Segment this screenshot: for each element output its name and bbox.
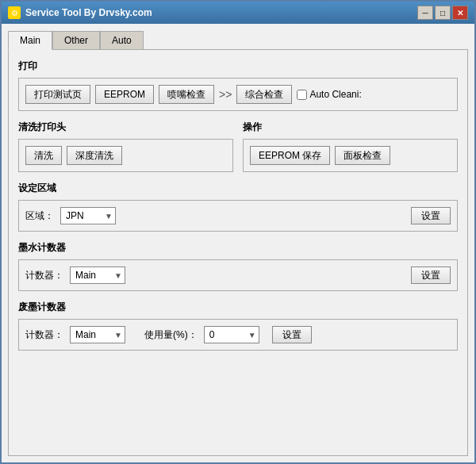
ink-counter-label: 计数器： (25, 269, 63, 282)
deep-clean-button[interactable]: 深度清洗 (67, 146, 122, 165)
comprehensive-check-button[interactable]: 综合检查 (236, 85, 292, 104)
window-title: Service Tool By Drvsky.com (25, 7, 152, 18)
ink-counter-select-wrap: Main Sub ▼ (70, 267, 125, 284)
print-buttons-row: 打印测试页 EEPROM 喷嘴检查 >> 综合检查 Auto Cleani: (25, 85, 451, 104)
usage-select-wrap: 0 10 20 50 100 ▼ (204, 326, 259, 343)
ink-counter-title: 墨水计数器 (18, 241, 458, 255)
tab-auto[interactable]: Auto (100, 31, 144, 50)
waste-counter-box: 计数器： Main Sub ▼ 使用量(%)： 0 (18, 319, 458, 351)
panel-check-button[interactable]: 面板检查 (335, 146, 390, 165)
clean-buttons-row: 清洗 深度清洗 (25, 146, 226, 165)
maximize-button[interactable]: □ (435, 6, 451, 20)
clean-button[interactable]: 清洗 (25, 146, 62, 165)
title-bar-left: ⚙ Service Tool By Drvsky.com (8, 6, 152, 19)
waste-counter-row: 计数器： Main Sub ▼ 使用量(%)： 0 (25, 326, 451, 343)
operation-title: 操作 (243, 121, 458, 134)
ink-counter-box: 计数器： Main Sub ▼ 设置 (18, 259, 458, 291)
section-operation: 操作 EEPROM 保存 面板检查 (243, 121, 458, 172)
region-select[interactable]: JPN CHN USA EUR (60, 207, 116, 224)
section-ink-counter: 墨水计数器 计数器： Main Sub ▼ 设置 (18, 241, 458, 291)
section-waste-counter: 废墨计数器 计数器： Main Sub ▼ 使用量(%)： (18, 301, 458, 351)
title-buttons: ─ □ ✕ (417, 6, 468, 20)
tab-bar: Main Other Auto (8, 30, 468, 49)
region-label: 区域： (25, 209, 54, 223)
tab-main[interactable]: Main (8, 31, 52, 50)
clean-printhead-box: 清洗 深度清洗 (18, 139, 233, 172)
set-region-box: 区域： JPN CHN USA EUR ▼ 设置 (18, 200, 458, 232)
set-ink-counter-button[interactable]: 设置 (411, 267, 451, 284)
content-area: Main Other Auto 打印 打印测试页 EEPROM 喷嘴检查 >> … (2, 24, 474, 462)
app-icon: ⚙ (8, 6, 21, 19)
eeprom-save-button[interactable]: EEPROM 保存 (250, 146, 330, 165)
tab-other[interactable]: Other (52, 31, 100, 50)
tab-content-main: 打印 打印测试页 EEPROM 喷嘴检查 >> 综合检查 Auto Cleani… (8, 49, 468, 456)
set-waste-counter-button[interactable]: 设置 (272, 326, 312, 343)
main-window: ⚙ Service Tool By Drvsky.com ─ □ ✕ Main … (0, 0, 476, 464)
section-print: 打印 打印测试页 EEPROM 喷嘴检查 >> 综合检查 Auto Cleani… (18, 59, 458, 111)
ink-counter-select[interactable]: Main Sub (70, 267, 125, 284)
print-test-page-button[interactable]: 打印测试页 (25, 85, 90, 104)
region-select-wrap: JPN CHN USA EUR ▼ (60, 207, 116, 224)
ink-counter-row: 计数器： Main Sub ▼ 设置 (25, 267, 451, 284)
auto-clean-checkbox[interactable] (297, 90, 307, 100)
set-region-button[interactable]: 设置 (411, 207, 451, 224)
clean-printhead-title: 清洗打印头 (18, 121, 233, 134)
waste-counter-title: 废墨计数器 (18, 301, 458, 314)
waste-counter-select[interactable]: Main Sub (70, 326, 125, 343)
region-row: 区域： JPN CHN USA EUR ▼ 设置 (25, 207, 451, 224)
eeprom-button[interactable]: EEPROM (95, 85, 154, 104)
arrow-icon: >> (219, 88, 232, 101)
minimize-button[interactable]: ─ (417, 6, 433, 20)
section-clean-printhead: 清洗打印头 清洗 深度清洗 (18, 121, 233, 172)
waste-counter-label: 计数器： (25, 328, 63, 342)
section-print-title: 打印 (18, 59, 458, 73)
close-button[interactable]: ✕ (452, 6, 468, 20)
waste-counter-select-wrap: Main Sub ▼ (70, 326, 125, 343)
usage-select[interactable]: 0 10 20 50 100 (204, 326, 259, 343)
operation-box: EEPROM 保存 面板检查 (243, 139, 458, 172)
auto-clean-text: Auto Cleani: (309, 89, 361, 100)
operation-buttons-row: EEPROM 保存 面板检查 (250, 146, 451, 165)
nozzle-check-button[interactable]: 喷嘴检查 (159, 85, 214, 104)
section-clean-operation: 清洗打印头 清洗 深度清洗 操作 EEPROM 保存 面板检查 (18, 121, 458, 172)
usage-label: 使用量(%)： (144, 328, 198, 342)
set-region-title: 设定区域 (18, 182, 458, 195)
title-bar: ⚙ Service Tool By Drvsky.com ─ □ ✕ (2, 2, 474, 24)
auto-clean-label: Auto Cleani: (297, 89, 361, 100)
section-print-box: 打印测试页 EEPROM 喷嘴检查 >> 综合检查 Auto Cleani: (18, 78, 458, 111)
section-set-region: 设定区域 区域： JPN CHN USA EUR ▼ (18, 182, 458, 232)
